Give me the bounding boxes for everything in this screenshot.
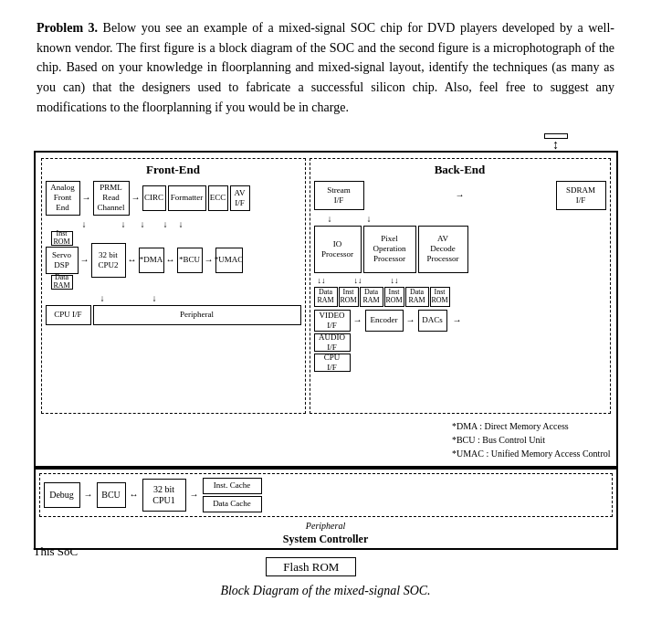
legend: *DMA : Direct Memory Access *BCU : Bus C…	[452, 419, 611, 460]
inst-rom-1: InstROM	[339, 287, 359, 307]
flash-rom-box: Flash ROM	[266, 557, 356, 577]
problem-label: Problem 3.	[37, 21, 98, 35]
data-ram-2: DataRAM	[360, 287, 383, 307]
arrow1: →	[82, 194, 91, 203]
be-mid-row: IOProcessor PixelOperationProcessor AVDe…	[314, 226, 606, 273]
system-controller-title: System Controller	[36, 531, 616, 548]
legend-umac: *UMAC : Unified Memory Access Control	[452, 447, 611, 460]
bcu-sc-box: BCU	[97, 482, 126, 508]
data-ram-3: DataRAM	[405, 287, 429, 307]
video-if-box: VIDEOI/F	[314, 310, 351, 332]
data-ram-servo-box: DataRAM	[51, 275, 73, 290]
formatter-box: Formatter	[168, 185, 206, 211]
legend-bcu: *BCU : Bus Control Unit	[452, 433, 611, 447]
chip-sections: Front-End AnalogFrontEnd → PRMLReadChann…	[41, 158, 611, 414]
io-processor-box: IOProcessor	[314, 226, 362, 273]
peripheral-sc-label: Peripheral	[36, 521, 616, 531]
circ-box: CIRC	[142, 185, 166, 211]
fe-top-row: AnalogFrontEnd → PRMLReadChannel → CIRC …	[46, 181, 301, 216]
dacs-box: DACs	[418, 310, 447, 332]
fe-mid-row: InstROM ServoDSP DataRAM → 32 bitCPU2 ↔ …	[46, 231, 301, 290]
prml-read-channel-box: PRMLReadChannel	[93, 181, 130, 216]
cpu-if-be-box: CPUI/F	[314, 354, 351, 372]
inst-rom-2: InstROM	[384, 287, 404, 307]
debug-box: Debug	[44, 482, 80, 508]
pixel-op-processor-box: PixelOperationProcessor	[363, 226, 416, 273]
backend-title: Back-End	[314, 163, 606, 177]
stream-if-box: StreamI/F	[314, 181, 364, 210]
be-top-row: StreamI/F → SDRAMI/F	[314, 181, 606, 210]
cpu1-box: 32 bitCPU1	[142, 479, 186, 512]
servo-dsp-box: ServoDSP	[46, 247, 79, 274]
cpu-if-fe-box: CPU I/F	[46, 305, 91, 325]
main-chip: Front-End AnalogFrontEnd → PRMLReadChann…	[34, 151, 618, 468]
inst-rom-3: InstROM	[430, 287, 450, 307]
data-cache-box: Data Cache	[203, 496, 262, 512]
peripheral-fe-box: Peripheral	[93, 305, 301, 325]
sdram-if-box: SDRAMI/F	[556, 181, 606, 210]
arrow3: →	[80, 256, 89, 265]
frontend-title: Front-End	[46, 163, 301, 177]
data-ram-1: DataRAM	[314, 287, 338, 307]
bcu-fe-box: *BCU	[177, 248, 203, 273]
problem-statement: Problem 3. Below you see an example of a…	[37, 18, 614, 117]
backend-section: Back-End StreamI/F → SDRAMI/F ↓ ↓	[310, 158, 611, 414]
dma-box: *DMA	[139, 248, 164, 273]
analog-front-end-box: AnalogFrontEnd	[46, 181, 80, 216]
av-if-box: AVI/F	[230, 185, 250, 211]
problem-text: Below you see an example of a mixed-sign…	[37, 21, 614, 114]
audio-if-box: AUDIOI/F	[314, 333, 351, 352]
be-data-row: DataRAM InstROM DataRAM InstROM DataRAM …	[314, 287, 606, 307]
umac-box: *UMAC	[215, 248, 243, 273]
diagram-caption: Block Diagram of the mixed-signal SOC.	[220, 584, 430, 598]
frontend-section: Front-End AnalogFrontEnd → PRMLReadChann…	[41, 158, 306, 414]
system-controller: Debug → BCU ↔ 32 bitCPU1 → Inst. Cache D…	[34, 468, 618, 550]
flash-rom-row: Flash ROM	[266, 557, 356, 577]
legend-dma: *DMA : Direct Memory Access	[452, 419, 611, 433]
ecc-box: ECC	[208, 185, 228, 211]
inst-cache-box: Inst. Cache	[203, 478, 262, 494]
av-decode-processor-box: AVDecodeProcessor	[418, 226, 468, 273]
diagram-area: ↕ Pick upOutput → ServoSignal → Front-En…	[37, 133, 614, 598]
main-diagram-wrapper: Pick upOutput → ServoSignal → Front-End …	[34, 151, 618, 550]
encoder-box: Encoder	[365, 310, 404, 332]
inst-rom-box: InstROM	[51, 231, 73, 246]
arrow2: →	[131, 194, 141, 203]
cpu2-box: 32 bitCPU2	[91, 243, 126, 278]
sc-inner: Debug → BCU ↔ 32 bitCPU1 → Inst. Cache D…	[39, 473, 613, 517]
